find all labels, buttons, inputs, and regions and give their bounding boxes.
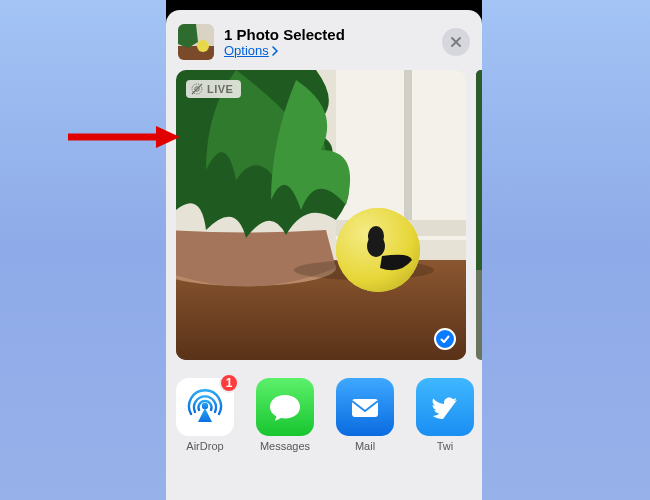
selected-checkmark[interactable] bbox=[434, 328, 456, 350]
options-link[interactable]: Options bbox=[224, 43, 432, 58]
photo-image bbox=[176, 70, 466, 360]
app-messages[interactable]: Messages bbox=[256, 378, 314, 452]
live-photo-badge[interactable]: LIVE bbox=[186, 80, 241, 98]
live-off-icon bbox=[190, 82, 204, 96]
svg-rect-4 bbox=[336, 70, 466, 240]
chevron-right-icon bbox=[271, 46, 279, 56]
next-photo-sliver bbox=[476, 70, 482, 360]
photo-preview-next[interactable] bbox=[476, 70, 482, 360]
photo-carousel[interactable]: LIVE bbox=[166, 70, 482, 366]
phone-frame: 1 Photo Selected Options bbox=[166, 0, 482, 500]
svg-point-2 bbox=[197, 40, 209, 52]
svg-rect-20 bbox=[352, 399, 378, 417]
photo-preview[interactable]: LIVE bbox=[176, 70, 466, 360]
app-label: AirDrop bbox=[186, 440, 223, 452]
twitter-icon bbox=[416, 378, 474, 436]
app-airdrop[interactable]: 1 AirDrop bbox=[176, 378, 234, 452]
airdrop-icon: 1 bbox=[176, 378, 234, 436]
selection-thumbnail[interactable] bbox=[178, 24, 214, 60]
close-icon bbox=[450, 36, 462, 48]
share-sheet: 1 Photo Selected Options bbox=[166, 10, 482, 500]
header-text: 1 Photo Selected Options bbox=[224, 26, 432, 58]
check-icon bbox=[439, 333, 451, 345]
svg-line-16 bbox=[192, 84, 202, 94]
app-label: Mail bbox=[355, 440, 375, 452]
share-header: 1 Photo Selected Options bbox=[166, 10, 482, 70]
messages-icon bbox=[256, 378, 314, 436]
app-label: Messages bbox=[260, 440, 310, 452]
app-mail[interactable]: Mail bbox=[336, 378, 394, 452]
app-twitter[interactable]: Twi bbox=[416, 378, 474, 452]
options-label: Options bbox=[224, 43, 269, 58]
close-button[interactable] bbox=[442, 28, 470, 56]
thumb-image bbox=[178, 24, 214, 60]
mail-icon bbox=[336, 378, 394, 436]
app-label: Twi bbox=[437, 440, 454, 452]
annotation-arrow bbox=[68, 126, 180, 148]
live-badge-text: LIVE bbox=[207, 83, 233, 95]
selection-title: 1 Photo Selected bbox=[224, 26, 432, 43]
share-app-row[interactable]: 1 AirDrop Messages M bbox=[166, 366, 482, 460]
svg-rect-5 bbox=[404, 70, 412, 240]
airdrop-badge: 1 bbox=[219, 373, 239, 393]
svg-rect-18 bbox=[476, 70, 482, 270]
